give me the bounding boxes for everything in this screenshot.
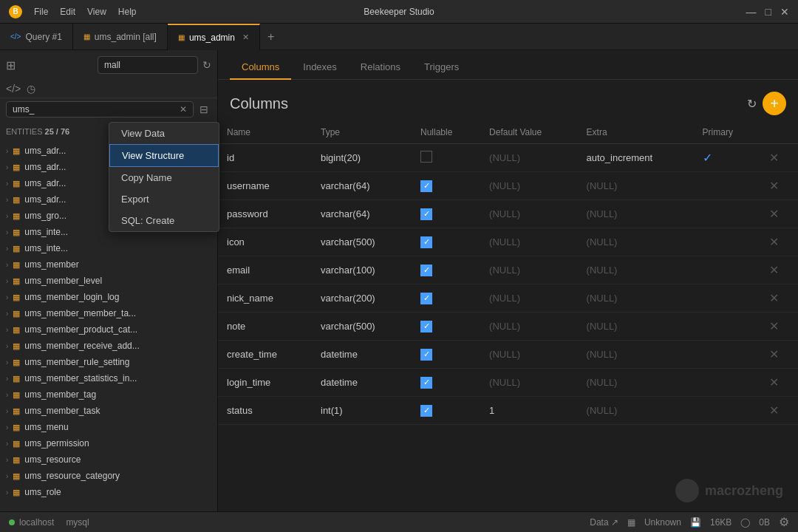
list-item[interactable]: ›▦ums_role — [0, 484, 217, 500]
search-clear-btn[interactable]: ✕ — [180, 104, 187, 115]
col-extra: (NULL) — [578, 228, 694, 256]
col-delete[interactable]: ✕ — [760, 256, 798, 284]
nullable-checkbox[interactable] — [420, 151, 432, 163]
list-item[interactable]: ›▦ums_member_level — [0, 273, 217, 289]
filter-btn[interactable]: ⊟ — [197, 102, 211, 117]
delete-row-btn[interactable]: ✕ — [769, 208, 779, 220]
delete-row-btn[interactable]: ✕ — [769, 320, 779, 332]
nav-icon-1[interactable]: </> — [6, 83, 21, 95]
delete-row-btn[interactable]: ✕ — [769, 348, 779, 361]
menu-help[interactable]: Help — [118, 7, 137, 17]
col-type: varchar(64) — [312, 200, 412, 228]
list-item[interactable]: ›▦ums_resource — [0, 451, 217, 468]
delete-row-btn[interactable]: ✕ — [769, 180, 779, 192]
nullable-checkbox[interactable]: ✓ — [420, 321, 432, 332]
nullable-checkbox[interactable]: ✓ — [420, 180, 432, 192]
tab-ums-admin-all[interactable]: ▦ ums_admin [all] — [73, 24, 168, 50]
col-nullable[interactable]: ✓ — [412, 228, 480, 256]
search-input[interactable] — [13, 104, 180, 115]
list-item[interactable]: ›▦ums_inte... — [0, 240, 217, 256]
context-view-structure[interactable]: View Structure — [109, 144, 219, 167]
maximize-btn[interactable]: □ — [765, 6, 771, 18]
context-copy-name[interactable]: Copy Name — [109, 167, 219, 188]
table-row: create_time datetime ✓ (NULL) (NULL) ✕ — [218, 341, 798, 369]
col-delete[interactable]: ✕ — [760, 369, 798, 397]
list-item[interactable]: ›▦ums_member — [0, 256, 217, 273]
list-item[interactable]: ›▦ums_member_product_cat... — [0, 321, 217, 338]
delete-row-btn[interactable]: ✕ — [769, 404, 779, 417]
list-item[interactable]: ›▦ums_member_tag — [0, 386, 217, 403]
tab-close-btn[interactable]: ✕ — [242, 33, 249, 42]
list-item[interactable]: ›▦ums_member_task — [0, 403, 217, 419]
col-header-nullable: Nullable — [412, 121, 480, 144]
col-nullable[interactable]: ✓ — [412, 313, 480, 341]
menu-edit[interactable]: Edit — [60, 7, 75, 17]
tab-triggers[interactable]: Triggers — [412, 55, 471, 80]
window-controls[interactable]: — □ ✕ — [746, 6, 789, 18]
minimize-btn[interactable]: — — [746, 6, 757, 18]
col-nullable[interactable] — [412, 144, 480, 172]
col-default: (NULL) — [480, 341, 577, 369]
list-item[interactable]: ›▦ums_member_rule_setting — [0, 354, 217, 370]
col-primary — [694, 341, 760, 369]
menu-file[interactable]: File — [34, 7, 48, 17]
col-nullable[interactable]: ✓ — [412, 256, 480, 284]
col-nullable[interactable]: ✓ — [412, 369, 480, 397]
col-delete[interactable]: ✕ — [760, 172, 798, 200]
tab-query1[interactable]: </> Query #1 — [0, 24, 73, 50]
col-nullable[interactable]: ✓ — [412, 200, 480, 228]
nullable-checkbox[interactable]: ✓ — [420, 265, 432, 276]
list-item[interactable]: ›▦ums_member_member_ta... — [0, 305, 217, 321]
nullable-checkbox[interactable]: ✓ — [420, 208, 432, 220]
list-item[interactable]: ›▦ums_permission — [0, 435, 217, 451]
delete-row-btn[interactable]: ✕ — [769, 292, 779, 304]
entities-label: ENTITIES 25 / 76 — [6, 127, 69, 136]
col-nullable[interactable]: ✓ — [412, 284, 480, 313]
delete-row-btn[interactable]: ✕ — [769, 376, 779, 389]
nullable-checkbox[interactable]: ✓ — [420, 377, 432, 389]
delete-row-btn[interactable]: ✕ — [769, 264, 779, 276]
context-sql-create[interactable]: SQL: Create — [109, 210, 219, 231]
refresh-columns-btn[interactable]: ↻ — [747, 92, 757, 115]
tab-ums-admin[interactable]: ▦ ums_admin ✕ — [168, 24, 260, 50]
context-export[interactable]: Export — [109, 188, 219, 210]
col-nullable[interactable]: ✓ — [412, 172, 480, 200]
context-view-data[interactable]: View Data — [109, 123, 219, 144]
col-delete[interactable]: ✕ — [760, 200, 798, 228]
col-delete[interactable]: ✕ — [760, 397, 798, 425]
close-btn[interactable]: ✕ — [780, 6, 789, 18]
col-name: status — [218, 397, 312, 425]
db-selector[interactable]: mall — [98, 56, 198, 74]
list-item[interactable]: ›▦ums_menu — [0, 419, 217, 435]
menu-view[interactable]: View — [87, 7, 106, 17]
delete-row-btn[interactable]: ✕ — [769, 151, 779, 164]
col-delete[interactable]: ✕ — [760, 228, 798, 256]
nav-icon-2[interactable]: ◷ — [27, 83, 35, 95]
col-delete[interactable]: ✕ — [760, 341, 798, 369]
col-delete[interactable]: ✕ — [760, 313, 798, 341]
table-row: login_time datetime ✓ (NULL) (NULL) ✕ — [218, 369, 798, 397]
nullable-checkbox[interactable]: ✓ — [420, 293, 432, 304]
tab-relations[interactable]: Relations — [349, 55, 412, 80]
new-tab-btn[interactable]: + — [260, 30, 282, 44]
col-delete[interactable]: ✕ — [760, 144, 798, 172]
col-nullable[interactable]: ✓ — [412, 397, 480, 425]
tab-indexes[interactable]: Indexes — [291, 55, 349, 80]
statusbar: localhost mysql Data ↗ ▦ Unknown 💾 16KB … — [0, 511, 798, 532]
refresh-btn[interactable]: ↻ — [202, 59, 211, 71]
add-column-btn[interactable]: + — [763, 92, 786, 115]
col-delete[interactable]: ✕ — [760, 284, 798, 313]
nullable-checkbox[interactable]: ✓ — [420, 349, 432, 361]
list-item[interactable]: ›▦ums_member_receive_add... — [0, 338, 217, 354]
col-name: id — [218, 144, 312, 172]
list-item[interactable]: ›▦ums_resource_category — [0, 468, 217, 484]
nullable-checkbox[interactable]: ✓ — [420, 405, 432, 417]
settings-btn[interactable]: ⚙ — [779, 515, 789, 529]
col-type: datetime — [312, 369, 412, 397]
delete-row-btn[interactable]: ✕ — [769, 236, 779, 248]
tab-columns[interactable]: Columns — [230, 55, 291, 80]
list-item[interactable]: ›▦ums_member_login_log — [0, 289, 217, 305]
nullable-checkbox[interactable]: ✓ — [420, 236, 432, 248]
col-nullable[interactable]: ✓ — [412, 341, 480, 369]
list-item[interactable]: ›▦ums_member_statistics_in... — [0, 370, 217, 386]
